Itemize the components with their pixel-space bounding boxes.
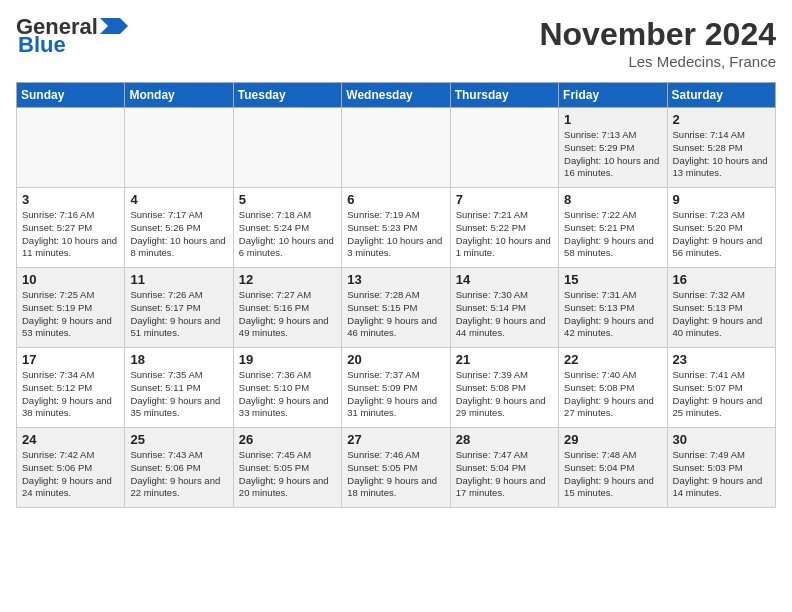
day-number: 2 [673,112,771,127]
day-info: Sunrise: 7:19 AM Sunset: 5:23 PM Dayligh… [347,209,445,260]
day-cell [342,108,450,188]
day-cell: 2Sunrise: 7:14 AM Sunset: 5:28 PM Daylig… [667,108,775,188]
day-info: Sunrise: 7:14 AM Sunset: 5:28 PM Dayligh… [673,129,771,180]
day-number: 25 [130,432,228,447]
day-number: 17 [22,352,120,367]
day-number: 13 [347,272,445,287]
day-cell: 20Sunrise: 7:37 AM Sunset: 5:09 PM Dayli… [342,348,450,428]
title-block: November 2024 Les Medecins, France [539,16,776,70]
day-cell: 5Sunrise: 7:18 AM Sunset: 5:24 PM Daylig… [233,188,341,268]
day-info: Sunrise: 7:42 AM Sunset: 5:06 PM Dayligh… [22,449,120,500]
day-cell: 26Sunrise: 7:45 AM Sunset: 5:05 PM Dayli… [233,428,341,508]
day-number: 27 [347,432,445,447]
day-info: Sunrise: 7:21 AM Sunset: 5:22 PM Dayligh… [456,209,554,260]
day-info: Sunrise: 7:46 AM Sunset: 5:05 PM Dayligh… [347,449,445,500]
day-info: Sunrise: 7:23 AM Sunset: 5:20 PM Dayligh… [673,209,771,260]
day-cell: 11Sunrise: 7:26 AM Sunset: 5:17 PM Dayli… [125,268,233,348]
day-info: Sunrise: 7:49 AM Sunset: 5:03 PM Dayligh… [673,449,771,500]
week-row-2: 3Sunrise: 7:16 AM Sunset: 5:27 PM Daylig… [17,188,776,268]
day-number: 30 [673,432,771,447]
day-info: Sunrise: 7:13 AM Sunset: 5:29 PM Dayligh… [564,129,662,180]
svg-marker-0 [100,18,128,34]
week-row-3: 10Sunrise: 7:25 AM Sunset: 5:19 PM Dayli… [17,268,776,348]
day-number: 21 [456,352,554,367]
day-info: Sunrise: 7:22 AM Sunset: 5:21 PM Dayligh… [564,209,662,260]
day-cell: 1Sunrise: 7:13 AM Sunset: 5:29 PM Daylig… [559,108,667,188]
day-number: 16 [673,272,771,287]
day-info: Sunrise: 7:43 AM Sunset: 5:06 PM Dayligh… [130,449,228,500]
day-number: 28 [456,432,554,447]
page-header: General Blue November 2024 Les Medecins,… [16,16,776,70]
day-number: 12 [239,272,337,287]
day-info: Sunrise: 7:28 AM Sunset: 5:15 PM Dayligh… [347,289,445,340]
day-number: 18 [130,352,228,367]
day-info: Sunrise: 7:26 AM Sunset: 5:17 PM Dayligh… [130,289,228,340]
day-number: 23 [673,352,771,367]
day-cell: 30Sunrise: 7:49 AM Sunset: 5:03 PM Dayli… [667,428,775,508]
calendar-header: SundayMondayTuesdayWednesdayThursdayFrid… [17,83,776,108]
day-cell: 13Sunrise: 7:28 AM Sunset: 5:15 PM Dayli… [342,268,450,348]
day-cell: 9Sunrise: 7:23 AM Sunset: 5:20 PM Daylig… [667,188,775,268]
day-number: 20 [347,352,445,367]
day-number: 5 [239,192,337,207]
day-info: Sunrise: 7:18 AM Sunset: 5:24 PM Dayligh… [239,209,337,260]
day-cell: 17Sunrise: 7:34 AM Sunset: 5:12 PM Dayli… [17,348,125,428]
day-cell [125,108,233,188]
day-number: 6 [347,192,445,207]
day-info: Sunrise: 7:25 AM Sunset: 5:19 PM Dayligh… [22,289,120,340]
day-number: 3 [22,192,120,207]
day-number: 1 [564,112,662,127]
day-info: Sunrise: 7:36 AM Sunset: 5:10 PM Dayligh… [239,369,337,420]
week-row-5: 24Sunrise: 7:42 AM Sunset: 5:06 PM Dayli… [17,428,776,508]
day-cell: 15Sunrise: 7:31 AM Sunset: 5:13 PM Dayli… [559,268,667,348]
week-row-1: 1Sunrise: 7:13 AM Sunset: 5:29 PM Daylig… [17,108,776,188]
day-cell [450,108,558,188]
month-title: November 2024 [539,16,776,53]
calendar-table: SundayMondayTuesdayWednesdayThursdayFrid… [16,82,776,508]
day-cell: 25Sunrise: 7:43 AM Sunset: 5:06 PM Dayli… [125,428,233,508]
logo-blue-text: Blue [18,34,66,56]
day-cell: 19Sunrise: 7:36 AM Sunset: 5:10 PM Dayli… [233,348,341,428]
day-info: Sunrise: 7:48 AM Sunset: 5:04 PM Dayligh… [564,449,662,500]
header-tuesday: Tuesday [233,83,341,108]
day-cell: 7Sunrise: 7:21 AM Sunset: 5:22 PM Daylig… [450,188,558,268]
day-info: Sunrise: 7:27 AM Sunset: 5:16 PM Dayligh… [239,289,337,340]
day-cell: 27Sunrise: 7:46 AM Sunset: 5:05 PM Dayli… [342,428,450,508]
calendar-body: 1Sunrise: 7:13 AM Sunset: 5:29 PM Daylig… [17,108,776,508]
header-friday: Friday [559,83,667,108]
day-number: 29 [564,432,662,447]
header-wednesday: Wednesday [342,83,450,108]
day-number: 14 [456,272,554,287]
header-thursday: Thursday [450,83,558,108]
day-cell: 22Sunrise: 7:40 AM Sunset: 5:08 PM Dayli… [559,348,667,428]
logo: General Blue [16,16,128,56]
day-cell: 29Sunrise: 7:48 AM Sunset: 5:04 PM Dayli… [559,428,667,508]
day-cell: 16Sunrise: 7:32 AM Sunset: 5:13 PM Dayli… [667,268,775,348]
day-number: 8 [564,192,662,207]
day-number: 26 [239,432,337,447]
day-number: 22 [564,352,662,367]
header-row: SundayMondayTuesdayWednesdayThursdayFrid… [17,83,776,108]
day-cell: 21Sunrise: 7:39 AM Sunset: 5:08 PM Dayli… [450,348,558,428]
day-number: 4 [130,192,228,207]
day-cell: 3Sunrise: 7:16 AM Sunset: 5:27 PM Daylig… [17,188,125,268]
day-cell: 12Sunrise: 7:27 AM Sunset: 5:16 PM Dayli… [233,268,341,348]
day-cell: 14Sunrise: 7:30 AM Sunset: 5:14 PM Dayli… [450,268,558,348]
header-saturday: Saturday [667,83,775,108]
day-info: Sunrise: 7:45 AM Sunset: 5:05 PM Dayligh… [239,449,337,500]
logo-arrow-icon [100,18,128,34]
day-cell: 23Sunrise: 7:41 AM Sunset: 5:07 PM Dayli… [667,348,775,428]
day-info: Sunrise: 7:39 AM Sunset: 5:08 PM Dayligh… [456,369,554,420]
day-number: 10 [22,272,120,287]
day-number: 24 [22,432,120,447]
day-cell: 18Sunrise: 7:35 AM Sunset: 5:11 PM Dayli… [125,348,233,428]
day-info: Sunrise: 7:34 AM Sunset: 5:12 PM Dayligh… [22,369,120,420]
day-info: Sunrise: 7:41 AM Sunset: 5:07 PM Dayligh… [673,369,771,420]
day-cell: 6Sunrise: 7:19 AM Sunset: 5:23 PM Daylig… [342,188,450,268]
day-info: Sunrise: 7:16 AM Sunset: 5:27 PM Dayligh… [22,209,120,260]
day-cell: 4Sunrise: 7:17 AM Sunset: 5:26 PM Daylig… [125,188,233,268]
day-cell: 10Sunrise: 7:25 AM Sunset: 5:19 PM Dayli… [17,268,125,348]
day-info: Sunrise: 7:32 AM Sunset: 5:13 PM Dayligh… [673,289,771,340]
day-number: 15 [564,272,662,287]
day-cell [233,108,341,188]
